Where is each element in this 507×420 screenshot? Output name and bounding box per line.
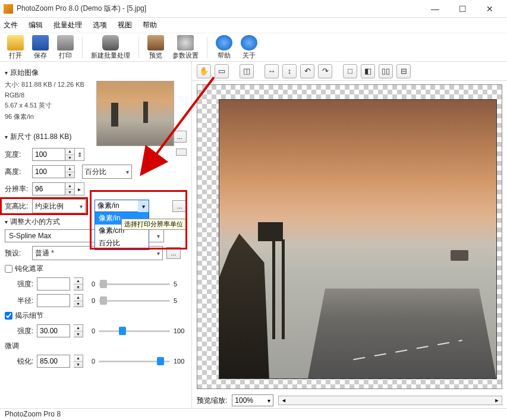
- print-button[interactable]: 打印: [55, 35, 76, 60]
- save-button[interactable]: 保存: [30, 35, 51, 60]
- about-button[interactable]: 关于: [238, 35, 260, 60]
- sharpen-label: 锐化:: [5, 356, 33, 367]
- tooltip: 选择打印分辨率单位: [121, 219, 186, 230]
- sharpen-input[interactable]: [37, 355, 70, 368]
- menu-file[interactable]: 文件: [4, 20, 18, 30]
- thumbnail[interactable]: [96, 81, 174, 146]
- view-split-v-icon[interactable]: ◧: [361, 64, 375, 78]
- close-button[interactable]: ✕: [476, 0, 503, 18]
- preset-menu-button[interactable]: ...: [166, 247, 181, 259]
- reveal-strength-stepper[interactable]: ▲▼: [74, 324, 83, 337]
- reveal-strength-input[interactable]: [37, 324, 70, 337]
- preview-area: ✋ ▭ ◫ ↔ ↕ ↶ ↷ □ ◧ ▯▯ ⊟ 预览: [191, 62, 507, 408]
- height-label: 高度:: [5, 167, 32, 177]
- params-button[interactable]: 参数设置: [170, 35, 201, 60]
- height-input[interactable]: [32, 165, 65, 178]
- microtune-label: 微调: [5, 341, 187, 351]
- unsharp-strength-input[interactable]: [37, 277, 70, 290]
- main-toolbar: 打开 保存 打印 新建批量处理 预览 参数设置 帮助 关于: [0, 33, 507, 62]
- zoom-select[interactable]: 100%: [232, 394, 273, 406]
- view-grid-icon[interactable]: ⊟: [396, 64, 411, 78]
- sharpen-slider[interactable]: [99, 356, 170, 367]
- dropdown-option[interactable]: 百分比: [95, 237, 149, 250]
- aspect-label: 宽高比:: [5, 201, 32, 211]
- view-single-icon[interactable]: □: [343, 64, 357, 78]
- reveal-strength-slider[interactable]: [99, 326, 170, 336]
- crop-tool-icon[interactable]: ◫: [240, 64, 254, 78]
- help-button[interactable]: 帮助: [213, 35, 235, 60]
- unsharp-radius-slider[interactable]: [99, 295, 170, 306]
- reveal-label: 揭示细节: [15, 311, 43, 321]
- preview-toolbar: ✋ ▭ ◫ ↔ ↕ ↶ ↷ □ ◧ ▯▯ ⊟: [192, 62, 507, 81]
- chevron-down-icon[interactable]: ▾: [138, 200, 149, 212]
- unsharp-checkbox[interactable]: [5, 265, 12, 273]
- height-stepper[interactable]: ▲▼: [65, 165, 75, 178]
- zoom-label: 预览缩放:: [197, 396, 227, 406]
- menu-view[interactable]: 视图: [118, 20, 132, 30]
- resolution-extra-icon[interactable]: ▸: [75, 182, 84, 195]
- width-label: 宽度:: [5, 150, 32, 160]
- resolution-stepper[interactable]: ▲▼: [65, 182, 75, 195]
- width-stepper[interactable]: ▲▼: [65, 148, 75, 161]
- menu-help[interactable]: 帮助: [143, 20, 157, 30]
- h-scrollbar[interactable]: ◄►: [278, 396, 502, 405]
- flip-h-icon[interactable]: ↔: [264, 64, 279, 78]
- strength-label: 强度:: [5, 279, 33, 289]
- app-icon: [4, 4, 13, 14]
- radius-label: 半径:: [5, 296, 33, 306]
- unsharp-label: 钝化遮罩: [15, 264, 43, 274]
- width-input[interactable]: [32, 148, 65, 161]
- marquee-tool-icon[interactable]: ▭: [215, 64, 229, 78]
- aspect-menu-button[interactable]: ...: [172, 200, 187, 212]
- canvas[interactable]: [197, 84, 502, 389]
- sharpen-stepper[interactable]: ▲▼: [74, 355, 83, 368]
- menu-edit[interactable]: 编辑: [29, 20, 43, 30]
- unit-percent-select[interactable]: 百分比: [82, 165, 132, 179]
- menu-options[interactable]: 选项: [93, 20, 107, 30]
- width-lock-icon[interactable]: ⇕: [75, 148, 84, 161]
- thumbnail-handle[interactable]: [176, 149, 187, 156]
- window-title: PhotoZoom Pro 8.0 (Demo 版本) - [5.jpg]: [17, 4, 421, 14]
- unsharp-radius-stepper[interactable]: ▲▼: [74, 294, 83, 307]
- maximize-button[interactable]: ☐: [449, 0, 476, 18]
- reveal-checkbox[interactable]: [5, 312, 12, 320]
- preset-label: 预设:: [5, 248, 32, 258]
- section-newsize[interactable]: 新尺寸 (811.88 KB): [5, 132, 71, 142]
- status-bar: PhotoZoom Pro 8: [0, 408, 507, 420]
- preview-button[interactable]: 预览: [145, 35, 166, 60]
- hand-tool-icon[interactable]: ✋: [197, 64, 211, 78]
- aspect-select[interactable]: 约束比例: [32, 199, 86, 213]
- reveal-strength-label: 强度:: [5, 326, 33, 336]
- rotate-cw-icon[interactable]: ↷: [318, 64, 332, 78]
- rotate-ccw-icon[interactable]: ↶: [300, 64, 314, 78]
- open-button[interactable]: 打开: [5, 35, 26, 60]
- resolution-label: 分辨率:: [5, 184, 32, 194]
- resolution-input[interactable]: [32, 182, 65, 195]
- section-original[interactable]: 原始图像: [5, 68, 187, 78]
- flip-v-icon[interactable]: ↕: [282, 64, 297, 78]
- unsharp-strength-stepper[interactable]: ▲▼: [74, 277, 83, 290]
- menu-bar: 文件 编辑 批量处理 选项 视图 帮助: [0, 18, 507, 33]
- unsharp-strength-slider[interactable]: [99, 279, 170, 289]
- new-batch-button[interactable]: 新建批量处理: [89, 35, 133, 60]
- unsharp-radius-input[interactable]: [37, 294, 70, 307]
- view-split-h-icon[interactable]: ▯▯: [379, 64, 393, 78]
- preview-image: [219, 99, 497, 379]
- menu-batch[interactable]: 批量处理: [53, 20, 82, 30]
- newsize-menu-button[interactable]: ...: [172, 131, 187, 143]
- minimize-button[interactable]: —: [421, 0, 449, 18]
